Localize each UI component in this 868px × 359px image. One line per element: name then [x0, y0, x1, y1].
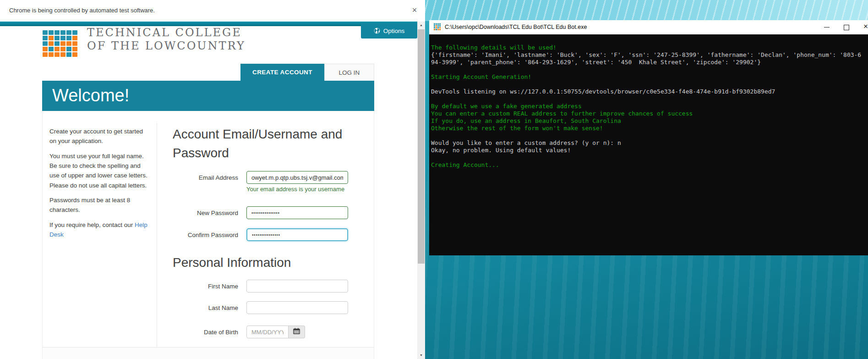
logo-square: [43, 30, 48, 35]
console-line: 94-3999', 'parent_phone': '864-293-1629'…: [431, 59, 868, 66]
confirm-password-label: Confirm Password: [151, 232, 238, 238]
logo-square: [66, 52, 71, 57]
logo-square: [60, 52, 66, 57]
logo-square: [49, 47, 54, 51]
sidebar-paragraph: Passwords must be at least 8 characters.: [49, 195, 150, 215]
console-line: [431, 81, 868, 88]
sidebar-paragraph: You must use your full legal name. Be su…: [49, 151, 150, 190]
app-icon-square: [436, 29, 437, 30]
app-icon-square: [436, 27, 437, 28]
welcome-banner: Welcome!: [42, 81, 374, 111]
console-line: By default we use a fake generated addre…: [431, 103, 868, 110]
logo-square: [72, 36, 77, 40]
logo-square: [55, 30, 60, 35]
last-name-label: Last Name: [151, 304, 238, 311]
app-icon-square: [436, 23, 437, 25]
tab-log-in[interactable]: LOG IN: [324, 64, 374, 81]
logo-square: [72, 52, 77, 57]
app-icon-square: [437, 23, 439, 25]
browser-window: Chrome is being controlled by automated …: [0, 0, 425, 359]
calendar-icon: [293, 328, 300, 336]
first-name-label: First Name: [151, 283, 238, 290]
logo-square: [60, 41, 66, 46]
logo-square: [55, 47, 60, 51]
new-password-input[interactable]: [246, 206, 348, 219]
console-app-icon: [434, 23, 441, 30]
logo-square: [49, 30, 54, 35]
logo-square: [49, 41, 54, 46]
tab-create-account[interactable]: CREATE ACCOUNT: [240, 64, 324, 81]
automation-infobar-text: Chrome is being controlled by automated …: [9, 7, 155, 14]
logo-square: [55, 36, 60, 40]
logo-square: [66, 41, 71, 46]
console-line: You can enter a custom REAL address to f…: [431, 110, 868, 117]
logo-square: [43, 47, 48, 51]
logo-square: [66, 30, 71, 35]
scrollbar-thumb[interactable]: [418, 29, 425, 264]
new-password-label: New Password: [151, 210, 238, 216]
logo-square: [55, 41, 60, 46]
console-line: [431, 154, 868, 161]
app-icon-square: [437, 29, 439, 30]
console-output: The following details will be used!{'fir…: [429, 34, 868, 255]
dob-label: Date of Birth: [151, 329, 238, 336]
infobar-close-icon[interactable]: ×: [409, 5, 420, 15]
logo-square: [72, 41, 77, 46]
logo-square: [66, 47, 71, 51]
scrollbar-down-arrow-icon[interactable]: ▼: [417, 352, 425, 359]
console-line: [431, 95, 868, 103]
email-helper-text: Your email address is your username: [246, 186, 344, 193]
console-line: DevTools listening on ws://127.0.0.1:507…: [431, 88, 868, 95]
app-icon-square: [439, 27, 441, 28]
logo-square: [43, 41, 48, 46]
dob-input[interactable]: [246, 326, 289, 338]
app-icon-square: [434, 25, 435, 27]
app-icon-square: [434, 29, 435, 30]
sidebar-paragraph: If you require help, contact our Help De…: [49, 220, 150, 240]
logo-square: [72, 30, 77, 35]
console-line: [431, 66, 868, 73]
app-icon-square: [434, 27, 435, 28]
console-line: Starting Account Generation!: [431, 73, 868, 81]
logo-square: [60, 36, 66, 40]
email-label: Email Address: [151, 174, 238, 181]
app-icon-square: [437, 25, 439, 27]
section-title-account: Account Email/Username and Password: [173, 125, 356, 162]
console-line: The following details will be used!: [431, 44, 868, 51]
minimize-button[interactable]: [824, 27, 830, 28]
last-name-input[interactable]: [246, 301, 348, 314]
app-icon-square: [439, 25, 441, 27]
console-line: Creating Account...: [431, 161, 868, 169]
console-line: Okay, no problem. Using default values!: [431, 147, 868, 154]
scrollbar-up-arrow-icon[interactable]: ▲: [417, 22, 425, 29]
console-line: {'firstname': 'Imani', 'lastname': 'Buck…: [431, 51, 868, 59]
email-input[interactable]: [246, 171, 348, 184]
console-line: If you do, use an address in Beaufort, S…: [431, 117, 868, 125]
logo-square: [66, 36, 71, 40]
app-icon-square: [437, 27, 439, 28]
logo-square: [55, 52, 60, 57]
tcl-logotype: TECHNICAL COLLEGE OF THE LOWCOUNTRY: [87, 26, 246, 53]
browser-scrollbar[interactable]: ▲ ▼: [417, 22, 425, 359]
app-icon-square: [439, 29, 441, 30]
panel-footer: [43, 348, 374, 359]
logo-square: [60, 47, 66, 51]
automation-infobar: Chrome is being controlled by automated …: [0, 0, 425, 22]
close-button[interactable]: ×: [863, 22, 868, 31]
welcome-title: Welcome!: [52, 86, 129, 105]
globe-icon: [374, 28, 380, 34]
logo-square: [49, 52, 54, 57]
tcl-logotype-line2: OF THE LOWCOUNTRY: [87, 39, 246, 53]
console-window: C:\Users\opc\Downloads\TCL Edu Bot\TCL E…: [429, 20, 868, 255]
options-button[interactable]: Options: [361, 23, 417, 39]
console-line: Otherwise the rest of the form won't mak…: [431, 125, 868, 132]
logo-square: [43, 36, 48, 40]
console-title: C:\Users\opc\Downloads\TCL Edu Bot\TCL E…: [445, 24, 587, 30]
calendar-button[interactable]: [289, 326, 305, 338]
maximize-button[interactable]: [844, 25, 849, 30]
confirm-password-input[interactable]: [246, 228, 348, 241]
logo-square: [60, 30, 66, 35]
tcl-logo-grid: [43, 30, 78, 58]
logo-square: [72, 47, 77, 51]
first-name-input[interactable]: [246, 280, 348, 293]
